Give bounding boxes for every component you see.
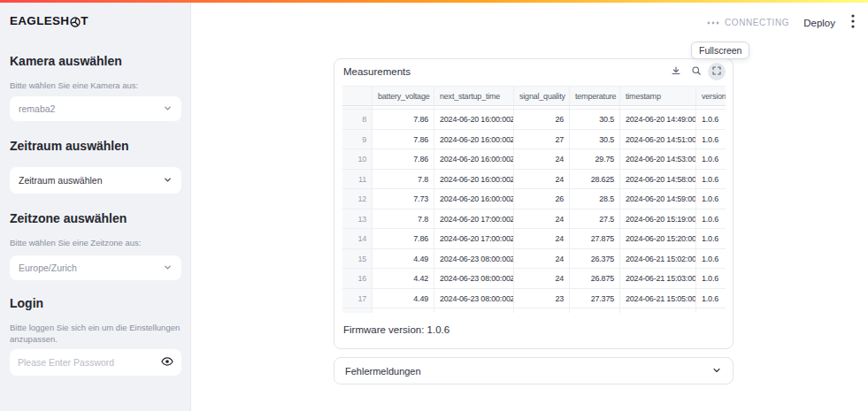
table-cell[interactable]: 2024-06-20 15:19:00 [620,209,696,230]
table-cell[interactable]: 2024-06-20 16:00:00Z [434,149,514,170]
table-cell[interactable]: 28.5 [570,189,620,209]
table-cell[interactable]: 24 [514,170,570,190]
fullscreen-button[interactable] [708,63,726,80]
table-cell[interactable]: 30.5 [570,110,620,130]
column-header[interactable]: timestamp [620,86,696,106]
column-header[interactable]: signal_quality [514,86,570,106]
table-cell[interactable]: 2024-06-20 14:49:00 [620,110,696,130]
table-cell[interactable]: 2024-06-20 16:00:00Z [434,130,514,150]
table-cell[interactable]: 7.86 [373,130,434,150]
table-cell-clipped [373,308,434,313]
table-cell[interactable]: 1.0.6 [696,110,726,130]
row-index-cell[interactable]: 11 [342,170,373,190]
table-cell[interactable]: 2024-06-21 15:02:00 [620,249,696,270]
table-cell[interactable]: 7.8 [373,209,434,230]
firmware-version-text: Firmware version: 1.0.6 [343,324,449,335]
search-icon [691,65,702,79]
table-cell[interactable]: 7.8 [373,170,434,190]
table-cell[interactable]: 1.0.6 [696,229,726,249]
table-cell[interactable]: 7.86 [373,229,434,249]
table-cell[interactable]: 27.5 [570,209,620,230]
row-index-cell[interactable]: 10 [342,149,373,170]
download-icon [671,65,681,79]
table-cell[interactable]: 2024-06-20 14:59:00 [620,189,696,209]
table-cell[interactable]: 2024-06-20 17:00:00Z [434,209,514,230]
table-cell[interactable]: 26.875 [570,269,620,289]
table-cell[interactable]: 26 [514,110,570,130]
table-cell[interactable]: 2024-06-20 15:20:00 [620,229,696,249]
table-cell[interactable]: 2024-06-23 08:00:00Z [434,249,514,270]
logo-text-prefix: EAGLESH [10,14,69,27]
camera-select[interactable]: remaba2 [10,96,181,121]
table-cell[interactable]: 23 [514,289,570,309]
deploy-button[interactable]: Deploy [803,18,835,28]
table-cell[interactable]: 2024-06-21 15:05:00 [620,289,696,309]
errors-expander[interactable]: Fehlermeldungen [334,357,734,384]
table-cell[interactable]: 7.73 [373,189,434,209]
column-header[interactable]: next_startup_time [434,86,514,106]
table-cell[interactable]: 2024-06-20 16:00:00Z [434,170,514,190]
row-index-cell[interactable]: 17 [342,289,373,309]
table-cell[interactable]: 2024-06-23 08:00:00Z [434,269,514,289]
row-index-cell[interactable]: 14 [342,229,373,249]
row-index-cell[interactable]: 12 [342,189,373,209]
table-row: 117.82024-06-20 16:00:00Z2428.6252024-06… [342,170,726,190]
table-cell[interactable]: 2024-06-20 14:51:00 [620,130,696,150]
table-cell[interactable]: 2024-06-20 16:00:00Z [434,189,514,209]
table-cell[interactable]: 28.625 [570,170,620,190]
table-cell[interactable]: 24 [514,269,570,289]
search-button[interactable] [687,63,705,80]
table-cell[interactable]: 1.0.6 [696,209,726,230]
table-cell[interactable]: 2024-06-20 17:00:00Z [434,229,514,249]
table-cell[interactable]: 2024-06-20 14:58:00 [620,170,696,190]
measurements-title: Measurements [343,66,411,77]
table-cell[interactable]: 24 [514,249,570,270]
row-index-cell[interactable]: 16 [342,269,373,289]
app-logo: EAGLESH T [10,14,181,27]
table-cell[interactable]: 4.49 [373,289,434,309]
table-cell[interactable]: 24 [514,229,570,249]
table-cell[interactable]: 27.375 [570,289,620,309]
table-cell[interactable]: 4.49 [373,249,434,270]
table-cell[interactable]: 1.0.6 [696,269,726,289]
table-cell[interactable]: 27.875 [570,229,620,249]
table-cell-clipped [696,308,726,313]
login-section-title: Login [10,296,181,310]
period-select[interactable]: Zeitraum auswählen [10,167,181,194]
measurements-table[interactable]: battery_voltage next_startup_time signal… [342,86,726,313]
show-password-button[interactable] [156,355,173,370]
table-cell[interactable]: 7.86 [373,110,434,130]
row-index-cell[interactable]: 9 [342,130,373,150]
row-index-cell[interactable]: 15 [342,249,373,270]
table-cell[interactable]: 24 [514,149,570,170]
table-cell[interactable]: 7.86 [373,149,434,170]
password-input[interactable] [18,357,156,368]
table-cell[interactable]: 2024-06-20 16:00:00Z [434,110,514,130]
table-cell[interactable]: 29.75 [570,149,620,170]
table-cell[interactable]: 2024-06-21 15:03:00 [620,269,696,289]
table-cell[interactable]: 1.0.6 [696,149,726,170]
column-header[interactable]: version [696,86,726,106]
table-cell[interactable]: 1.0.6 [696,249,726,270]
table-inner: battery_voltage next_startup_time signal… [342,86,726,313]
table-cell[interactable]: 2024-06-20 14:53:00 [620,149,696,170]
download-button[interactable] [667,63,685,80]
column-header[interactable] [342,86,373,106]
column-header[interactable]: temperature [570,86,620,106]
table-cell[interactable]: 27 [514,130,570,150]
table-cell[interactable]: 4.42 [373,269,434,289]
table-cell[interactable]: 24 [514,209,570,230]
overflow-menu-button[interactable] [849,12,856,33]
table-cell[interactable]: 26 [514,189,570,209]
table-cell[interactable]: 1.0.6 [696,170,726,190]
table-cell[interactable]: 1.0.6 [696,189,726,209]
table-cell[interactable]: 2024-06-23 08:00:00Z [434,289,514,309]
table-cell[interactable]: 1.0.6 [696,289,726,309]
row-index-cell[interactable]: 13 [342,209,373,230]
table-cell[interactable]: 1.0.6 [696,130,726,150]
row-index-cell[interactable]: 8 [342,110,373,130]
timezone-select[interactable]: Europe/Zurich [10,255,181,280]
table-cell[interactable]: 26.375 [570,249,620,270]
table-cell[interactable]: 30.5 [570,130,620,150]
column-header[interactable]: battery_voltage [373,86,434,106]
